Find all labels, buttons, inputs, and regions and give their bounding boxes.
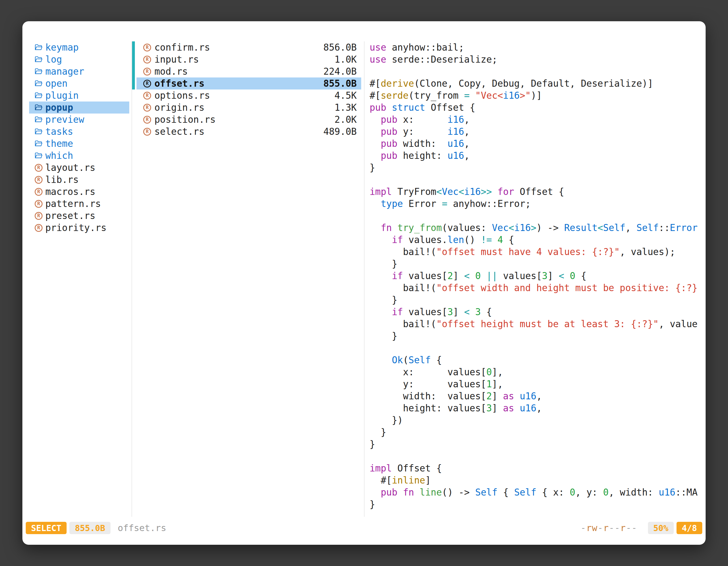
file-list: confirm.rs 856.0B input.rs 1.0K mod.rs 2… <box>132 41 364 138</box>
sidebar-folder-item[interactable]: open <box>29 78 129 90</box>
code-line: pub height: u16, <box>370 150 706 162</box>
code-line: pub x: i16, <box>370 114 706 126</box>
sidebar-folder-item[interactable]: which <box>29 150 129 162</box>
file-list-item[interactable]: offset.rs 855.0B <box>137 78 361 90</box>
code-line: } <box>370 162 706 174</box>
code-line: bail!("offset must have 4 values: {:?}",… <box>370 246 706 258</box>
file-list-item[interactable]: position.rs 2.0K <box>137 114 361 126</box>
code-line: } <box>370 330 706 342</box>
folder-name: theme <box>45 138 73 150</box>
code-line: width: values[2] as u16, <box>370 390 706 402</box>
file-list-item[interactable]: confirm.rs 856.0B <box>137 41 361 53</box>
rust-icon <box>143 56 151 64</box>
file-size: 1.3K <box>335 102 357 114</box>
code-line <box>370 174 706 186</box>
code-line: bail!("offset width and height must be p… <box>370 282 706 294</box>
folder-icon <box>35 114 43 126</box>
code-line: use anyhow::bail; <box>370 41 706 53</box>
sidebar-file-item[interactable]: preset.rs <box>29 210 129 222</box>
panes: keymap log manager open plugin popup pre… <box>22 41 706 517</box>
file-name: input.rs <box>154 53 199 65</box>
code-line: #[inline] <box>370 474 706 486</box>
code-line: if values[2] < 0 || values[3] < 0 { <box>370 270 706 282</box>
rust-icon <box>35 176 43 184</box>
file-list-item[interactable]: input.rs 1.0K <box>137 53 361 65</box>
file-manager-window: keymap log manager open plugin popup pre… <box>22 21 706 545</box>
sidebar-folder-item[interactable]: keymap <box>29 41 129 53</box>
rust-icon <box>143 68 151 76</box>
code-line: pub y: i16, <box>370 126 706 138</box>
code-line: fn try_from(values: Vec<i16>) -> Result<… <box>370 222 706 234</box>
code-line: height: values[3] as u16, <box>370 402 706 414</box>
file-name: layout.rs <box>45 162 95 174</box>
rust-icon <box>143 104 151 112</box>
sidebar-folder-item[interactable]: popup <box>29 102 129 114</box>
code-line: if values.len() != 4 { <box>370 234 706 246</box>
folder-icon <box>35 150 43 162</box>
file-size: 856.0B <box>323 41 357 53</box>
preview-pane[interactable]: use anyhow::bail;use serde::Deserialize;… <box>365 41 706 517</box>
code-line: }) <box>370 414 706 426</box>
folder-name: tasks <box>45 126 73 138</box>
sidebar-file-item[interactable]: pattern.rs <box>29 198 129 210</box>
folder-name: open <box>45 78 67 90</box>
code-line: pub fn line() -> Self { Self { x: 0, y: … <box>370 486 706 498</box>
sidebar-folder-item[interactable]: log <box>29 53 129 65</box>
folder-name: which <box>45 150 73 162</box>
file-name: position.rs <box>154 114 216 126</box>
code-line: #[derive(Clone, Copy, Debug, Default, De… <box>370 78 706 90</box>
folder-icon <box>35 138 43 150</box>
file-list-item[interactable]: options.rs 4.5K <box>137 90 361 102</box>
code-line: x: values[0], <box>370 366 706 378</box>
sidebar-folder-item[interactable]: preview <box>29 114 129 126</box>
code-line: impl TryFrom<Vec<i16>> for Offset { <box>370 186 706 198</box>
file-size: 224.0B <box>323 65 357 78</box>
sidebar-folder-item[interactable]: tasks <box>29 126 129 138</box>
sidebar-folder-item[interactable]: manager <box>29 65 129 78</box>
file-list-item[interactable]: mod.rs 224.0B <box>137 65 361 78</box>
rust-icon <box>35 164 43 172</box>
rust-icon <box>143 116 151 124</box>
code-line: pub width: u16, <box>370 138 706 150</box>
folder-name: log <box>45 53 62 65</box>
folder-icon <box>35 102 43 114</box>
mode-badge: SELECT <box>26 522 67 534</box>
sidebar-file-item[interactable]: lib.rs <box>29 174 129 186</box>
rust-icon <box>35 212 43 220</box>
sidebar-list: keymap log manager open plugin popup pre… <box>22 41 131 234</box>
code-line: } <box>370 258 706 270</box>
rust-icon <box>143 80 151 88</box>
file-size: 2.0K <box>335 114 357 126</box>
file-size: 1.0K <box>335 53 357 65</box>
current-dir-pane: confirm.rs 856.0B input.rs 1.0K mod.rs 2… <box>131 41 365 517</box>
folder-name: preview <box>45 114 84 126</box>
folder-icon <box>35 65 43 78</box>
code-line: Ok(Self { <box>370 354 706 366</box>
sidebar-file-item[interactable]: priority.rs <box>29 222 129 234</box>
permissions-text: -rw-r--r-- <box>581 523 637 533</box>
code-line: } <box>370 438 706 450</box>
file-size: 4.5K <box>335 90 357 102</box>
rust-icon <box>143 44 151 51</box>
sidebar-folder-item[interactable]: plugin <box>29 90 129 102</box>
code-line: } <box>370 294 706 306</box>
file-list-item[interactable]: select.rs 489.0B <box>137 126 361 138</box>
rust-icon <box>35 200 43 208</box>
sidebar-file-item[interactable]: layout.rs <box>29 162 129 174</box>
code-line: } <box>370 498 706 510</box>
file-name: lib.rs <box>45 174 79 186</box>
parent-pane: keymap log manager open plugin popup pre… <box>22 41 131 517</box>
code-line: pub struct Offset { <box>370 102 706 114</box>
sidebar-file-item[interactable]: macros.rs <box>29 186 129 198</box>
folder-icon <box>35 78 43 90</box>
file-name: origin.rs <box>154 102 205 114</box>
code-line: } <box>370 426 706 438</box>
folder-name: keymap <box>45 41 79 53</box>
code-line: type Error = anyhow::Error; <box>370 198 706 210</box>
file-list-item[interactable]: origin.rs 1.3K <box>137 102 361 114</box>
rust-icon <box>35 188 43 196</box>
code-preview: use anyhow::bail;use serde::Deserialize;… <box>370 41 706 510</box>
folder-name: popup <box>45 102 73 114</box>
sidebar-folder-item[interactable]: theme <box>29 138 129 150</box>
folder-icon <box>35 53 43 65</box>
